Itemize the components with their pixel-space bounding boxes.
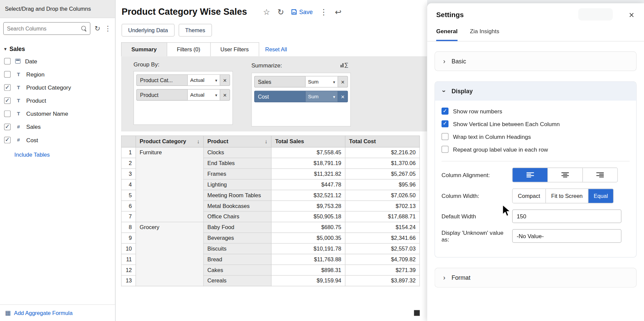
group-by-dropzone[interactable]: Product Cat... Actual ▾ × Product Actual…: [133, 71, 233, 125]
tab-general[interactable]: General: [436, 28, 458, 41]
search-columns-input[interactable]: [7, 25, 82, 32]
sidebar-kebab-icon[interactable]: ⋮: [104, 25, 111, 32]
summary-options-icon[interactable]: ∑: [340, 61, 349, 69]
group-pill-product-category[interactable]: Product Cat... Actual ▾ ×: [137, 74, 230, 86]
section-format-header[interactable]: › Format: [435, 268, 636, 287]
save-label: Save: [299, 9, 313, 15]
remove-pill-icon[interactable]: ×: [338, 76, 347, 87]
show-row-numbers-checkbox[interactable]: [441, 108, 448, 115]
section-display-header[interactable]: › Display: [435, 82, 636, 101]
table-section-sales[interactable]: ▾ Sales: [0, 43, 115, 55]
tab-user-filters[interactable]: User Filters: [210, 42, 259, 56]
default-width-input[interactable]: [512, 209, 622, 223]
column-item-date[interactable]: Date: [0, 55, 115, 68]
width-fit-to-screen-button[interactable]: Fit to Screen: [545, 189, 588, 203]
option-repeat-group-label[interactable]: Repeat group label value in each row: [441, 143, 630, 156]
column-item-region[interactable]: T Region: [0, 68, 115, 81]
region-checkbox[interactable]: [4, 71, 11, 78]
cost-cell: $17,688.71: [345, 211, 420, 222]
aggregation-select[interactable]: Actual ▾: [187, 75, 220, 86]
width-equal-button[interactable]: Equal: [588, 189, 613, 203]
remove-pill-icon[interactable]: ×: [220, 75, 229, 86]
section-display: › Display Show row numbers Show Vertical…: [435, 81, 637, 257]
unknown-value-input[interactable]: [512, 229, 622, 243]
column-item-sales[interactable]: # Sales: [0, 120, 115, 133]
column-header-total-cost[interactable]: Total Cost: [345, 136, 420, 147]
column-header-total-sales[interactable]: Total Sales: [271, 136, 345, 147]
option-show-vertical-line[interactable]: Show Vertical Line between Each Column: [441, 117, 630, 130]
add-aggregate-formula-link[interactable]: Add Aggregate Formula: [14, 310, 73, 316]
more-options-kebab-icon[interactable]: ⋮: [320, 8, 327, 16]
align-left-button[interactable]: [513, 168, 547, 182]
settings-panel: Settings × General Zia Insights › Basic …: [427, 3, 644, 321]
aggregation-select[interactable]: Sum ▾: [305, 76, 338, 87]
width-compact-button[interactable]: Compact: [513, 189, 545, 203]
reset-all-link[interactable]: Reset All: [265, 46, 287, 52]
chevron-down-icon: ›: [441, 90, 448, 93]
cost-cell: $702.13: [345, 201, 420, 211]
sort-descending-icon[interactable]: ↓: [197, 139, 200, 145]
wrap-text-checkbox[interactable]: [441, 133, 448, 140]
table-header-row: Product Category ↓ Product ↓ Total Sales…: [121, 136, 420, 147]
option-wrap-text[interactable]: Wrap text in Column Headings: [441, 130, 630, 143]
column-label: Customer Name: [26, 110, 68, 117]
cost-cell: $4,709.82: [345, 254, 420, 265]
tab-summary[interactable]: Summary: [121, 42, 167, 56]
cost-checkbox[interactable]: [4, 137, 11, 144]
date-checkbox[interactable]: [4, 58, 11, 65]
close-icon[interactable]: ×: [629, 11, 634, 20]
page-title: Product Category Wise Sales: [121, 7, 247, 17]
group-pill-product[interactable]: Product Actual ▾ ×: [137, 89, 230, 101]
aggregation-select[interactable]: Actual ▾: [187, 90, 220, 100]
section-basic-header[interactable]: › Basic: [435, 52, 636, 70]
section-format: › Format: [435, 268, 637, 287]
repeat-group-label-checkbox[interactable]: [441, 146, 448, 153]
column-item-product[interactable]: T Product: [0, 94, 115, 107]
save-button[interactable]: Save: [291, 9, 313, 15]
themes-button[interactable]: Themes: [178, 24, 212, 37]
search-columns-box[interactable]: [3, 22, 91, 35]
summarize-pill-cost[interactable]: Cost Sum ▾ ×: [254, 91, 348, 102]
column-header-product[interactable]: Product ↓: [204, 136, 271, 147]
chevron-down-icon: ▾: [333, 79, 335, 84]
include-tables-link[interactable]: Include Tables: [0, 147, 115, 158]
row-number: 5: [121, 190, 136, 201]
column-item-cost[interactable]: # Cost: [0, 133, 115, 147]
tab-filters[interactable]: Filters (0): [167, 42, 211, 56]
sort-descending-icon[interactable]: ↓: [265, 139, 267, 145]
scrollbar-corner[interactable]: [414, 310, 420, 316]
group-by-label: Group By:: [133, 61, 159, 68]
summarize-pill-sales[interactable]: Sales Sum ▾ ×: [254, 76, 348, 88]
sales-checkbox[interactable]: [4, 124, 11, 130]
row-number-header: [121, 136, 136, 147]
customer-name-checkbox[interactable]: [4, 110, 11, 117]
aggregation-select[interactable]: Sum ▾: [305, 91, 338, 102]
underlying-data-button[interactable]: Underlying Data: [121, 24, 174, 37]
column-item-product-category[interactable]: T Product Category: [0, 81, 115, 94]
align-left-icon: [526, 172, 534, 178]
product-cell: Meeting Room Tables: [204, 190, 271, 201]
app-window: Select/Drag and Drop the Columns ↻ ⋮ ▾ S…: [0, 0, 644, 321]
text-type-icon: T: [15, 71, 22, 77]
favorite-star-icon[interactable]: ☆: [263, 8, 270, 16]
sales-cell: $447.78: [271, 179, 345, 190]
summarize-dropzone[interactable]: Sales Sum ▾ × Cost Sum ▾ ×: [251, 73, 351, 126]
align-right-button[interactable]: [582, 168, 617, 182]
product-cell: Clocks: [204, 147, 271, 158]
product-category-checkbox[interactable]: [4, 84, 11, 91]
remove-pill-icon[interactable]: ×: [220, 90, 229, 100]
text-type-icon: T: [15, 98, 22, 103]
option-label: Show Vertical Line between Each Column: [453, 120, 560, 127]
show-vertical-line-checkbox[interactable]: [441, 120, 448, 127]
remove-pill-icon[interactable]: ×: [338, 91, 347, 102]
option-show-row-numbers[interactable]: Show row numbers: [441, 105, 630, 117]
product-checkbox[interactable]: [4, 97, 11, 104]
align-center-button[interactable]: [547, 168, 582, 182]
undo-icon[interactable]: ↩: [335, 8, 341, 16]
tab-zia-insights[interactable]: Zia Insights: [470, 28, 499, 41]
cost-cell: $1,370.06: [345, 158, 420, 169]
refresh-report-icon[interactable]: ↻: [277, 8, 284, 16]
column-item-customer-name[interactable]: T Customer Name: [0, 107, 115, 120]
column-header-product-category[interactable]: Product Category ↓: [136, 136, 204, 147]
refresh-columns-icon[interactable]: ↻: [95, 25, 100, 32]
